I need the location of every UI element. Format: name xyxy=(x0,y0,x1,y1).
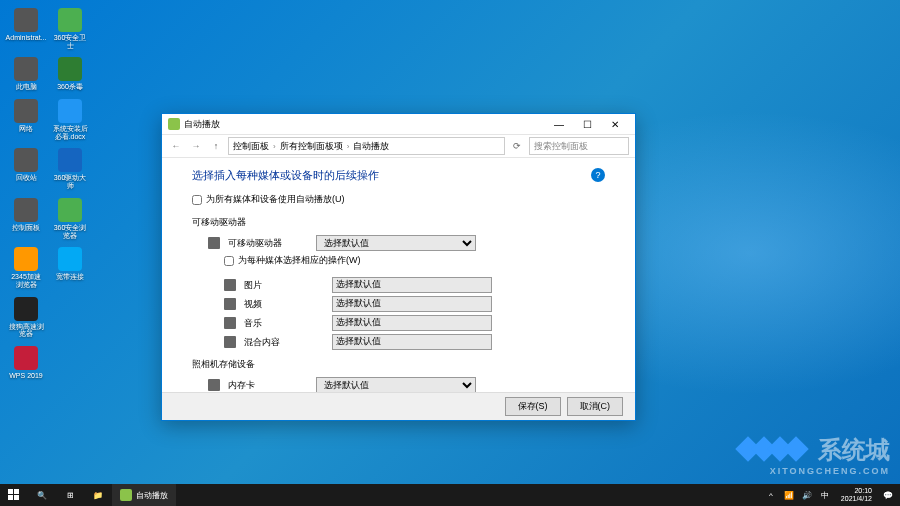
content-pane: ? 选择插入每种媒体或设备时的后续操作 为所有媒体和设备使用自动播放(U) 可移… xyxy=(162,158,635,392)
row-removable-drive: 可移动驱动器 选择默认值 xyxy=(208,235,605,251)
taskbar-item-autoplay[interactable]: 自动播放 xyxy=(112,484,176,506)
tray-ime-icon[interactable]: 中 xyxy=(819,489,831,501)
svg-rect-1 xyxy=(14,489,19,494)
app-icon xyxy=(58,198,82,222)
app-icon xyxy=(14,8,38,32)
desktop-icon[interactable]: 系统安装后必看.docx xyxy=(52,99,88,140)
search-button[interactable]: 🔍 xyxy=(28,484,56,506)
chevron-right-icon: › xyxy=(273,142,276,151)
help-icon[interactable]: ? xyxy=(591,168,605,182)
maximize-button[interactable]: ☐ xyxy=(573,114,601,134)
app-icon xyxy=(14,99,38,123)
desktop-icon[interactable]: 360杀毒 xyxy=(52,57,88,91)
svg-rect-0 xyxy=(8,489,13,494)
checkbox-input[interactable] xyxy=(192,195,202,205)
desktop-icon[interactable]: Administrat... xyxy=(8,8,44,49)
chevron-right-icon: › xyxy=(347,142,350,151)
navbar: ← → ↑ 控制面板 › 所有控制面板项 › 自动播放 ⟳ 搜索控制面板 xyxy=(162,134,635,158)
desktop-icon[interactable]: 搜狗高速浏览器 xyxy=(8,297,44,338)
refresh-button[interactable]: ⟳ xyxy=(509,138,525,154)
select-video[interactable]: 选择默认值 xyxy=(332,296,492,312)
tray-network-icon[interactable]: 📶 xyxy=(783,489,795,501)
picture-icon xyxy=(224,279,236,291)
section-camera: 照相机存储设备 xyxy=(192,358,605,371)
taskbar: 🔍 ⊞ 📁 自动播放 ^ 📶 🔊 中 20:10 2021/4/12 💬 xyxy=(0,484,900,506)
row-video: 视频 选择默认值 xyxy=(224,296,605,312)
tray-up-icon[interactable]: ^ xyxy=(765,489,777,501)
mixed-icon xyxy=(224,336,236,348)
app-icon xyxy=(14,57,38,81)
window-title: 自动播放 xyxy=(184,118,545,131)
desktop-icon[interactable]: 控制面板 xyxy=(8,198,44,239)
music-icon xyxy=(224,317,236,329)
app-icon xyxy=(58,99,82,123)
desktop-icon[interactable]: WPS 2019 xyxy=(8,346,44,380)
video-icon xyxy=(224,298,236,310)
system-tray: ^ 📶 🔊 中 20:10 2021/4/12 💬 xyxy=(759,487,900,502)
start-button[interactable] xyxy=(0,484,28,506)
desktop-icon[interactable]: 此电脑 xyxy=(8,57,44,91)
checkbox-input[interactable] xyxy=(224,256,234,266)
forward-button[interactable]: → xyxy=(188,138,204,154)
desktop-icon[interactable]: 360安全浏览器 xyxy=(52,198,88,239)
desktop-icon[interactable]: 网络 xyxy=(8,99,44,140)
row-memory-card: 内存卡 选择默认值 xyxy=(208,377,605,392)
breadcrumb-leaf[interactable]: 自动播放 xyxy=(353,140,389,153)
row-mixed: 混合内容 选择默认值 xyxy=(224,334,605,350)
clock[interactable]: 20:10 2021/4/12 xyxy=(837,487,876,502)
breadcrumb-root[interactable]: 控制面板 xyxy=(233,140,269,153)
button-bar: 保存(S) 取消(C) xyxy=(162,392,635,420)
select-memcard[interactable]: 选择默认值 xyxy=(316,377,476,392)
autoplay-window: 自动播放 — ☐ ✕ ← → ↑ 控制面板 › 所有控制面板项 › 自动播放 ⟳… xyxy=(161,113,636,421)
up-button[interactable]: ↑ xyxy=(208,138,224,154)
save-button[interactable]: 保存(S) xyxy=(505,397,561,416)
breadcrumb[interactable]: 控制面板 › 所有控制面板项 › 自动播放 xyxy=(228,137,505,155)
checkbox-use-autoplay-all[interactable]: 为所有媒体和设备使用自动播放(U) xyxy=(192,193,605,206)
notifications-icon[interactable]: 💬 xyxy=(882,489,894,501)
desktop-icon[interactable]: 回收站 xyxy=(8,148,44,189)
select-music[interactable]: 选择默认值 xyxy=(332,315,492,331)
app-icon xyxy=(14,198,38,222)
watermark-logo-icon xyxy=(741,440,803,458)
close-button[interactable]: ✕ xyxy=(601,114,629,134)
select-removable[interactable]: 选择默认值 xyxy=(316,235,476,251)
row-pictures: 图片 选择默认值 xyxy=(224,277,605,293)
desktop-icon[interactable]: 360驱动大师 xyxy=(52,148,88,189)
app-icon xyxy=(58,148,82,172)
app-icon xyxy=(58,57,82,81)
desktop-icon[interactable]: 2345加速浏览器 xyxy=(8,247,44,288)
search-input[interactable]: 搜索控制面板 xyxy=(529,137,629,155)
breadcrumb-mid[interactable]: 所有控制面板项 xyxy=(280,140,343,153)
app-icon xyxy=(14,297,38,321)
app-icon xyxy=(14,148,38,172)
section-removable: 可移动驱动器 xyxy=(192,216,605,229)
tray-volume-icon[interactable]: 🔊 xyxy=(801,489,813,501)
titlebar[interactable]: 自动播放 — ☐ ✕ xyxy=(162,114,635,134)
checkbox-per-media[interactable]: 为每种媒体选择相应的操作(W) xyxy=(224,254,605,267)
cancel-button[interactable]: 取消(C) xyxy=(567,397,624,416)
select-mixed[interactable]: 选择默认值 xyxy=(332,334,492,350)
window-icon xyxy=(168,118,180,130)
taskbar-app-icon xyxy=(120,489,132,501)
desktop-icon[interactable]: 360安全卫士 xyxy=(52,8,88,49)
window-controls: — ☐ ✕ xyxy=(545,114,629,134)
select-pictures[interactable]: 选择默认值 xyxy=(332,277,492,293)
app-icon xyxy=(58,247,82,271)
desktop-icon[interactable]: 宽带连接 xyxy=(52,247,88,288)
watermark: 系统城 XITONGCHENG.COM xyxy=(741,434,890,476)
row-music: 音乐 选择默认值 xyxy=(224,315,605,331)
minimize-button[interactable]: — xyxy=(545,114,573,134)
page-heading: 选择插入每种媒体或设备时的后续操作 xyxy=(192,168,605,183)
svg-rect-2 xyxy=(8,495,13,500)
app-icon xyxy=(14,247,38,271)
drive-icon xyxy=(208,237,220,249)
task-view-button[interactable]: ⊞ xyxy=(56,484,84,506)
explorer-button[interactable]: 📁 xyxy=(84,484,112,506)
back-button[interactable]: ← xyxy=(168,138,184,154)
svg-rect-3 xyxy=(14,495,19,500)
app-icon xyxy=(58,8,82,32)
memcard-icon xyxy=(208,379,220,391)
app-icon xyxy=(14,346,38,370)
desktop-icons: Administrat...360安全卫士此电脑360杀毒网络系统安装后必看.d… xyxy=(8,8,88,380)
